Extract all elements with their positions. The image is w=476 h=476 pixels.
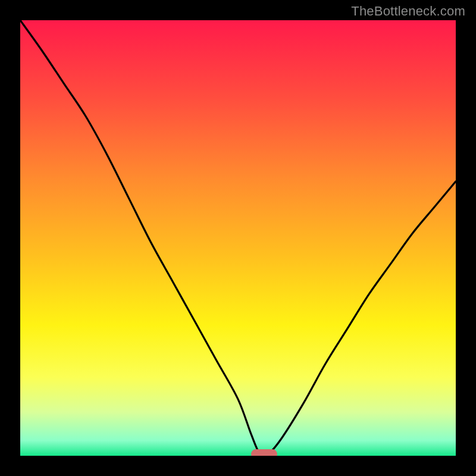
optimal-marker: [251, 449, 277, 456]
chart-frame: TheBottleneck.com: [0, 0, 476, 476]
watermark-text: TheBottleneck.com: [351, 4, 465, 19]
gradient-background: [20, 20, 456, 456]
plot-area: [20, 20, 456, 456]
bottleneck-chart: [20, 20, 456, 456]
